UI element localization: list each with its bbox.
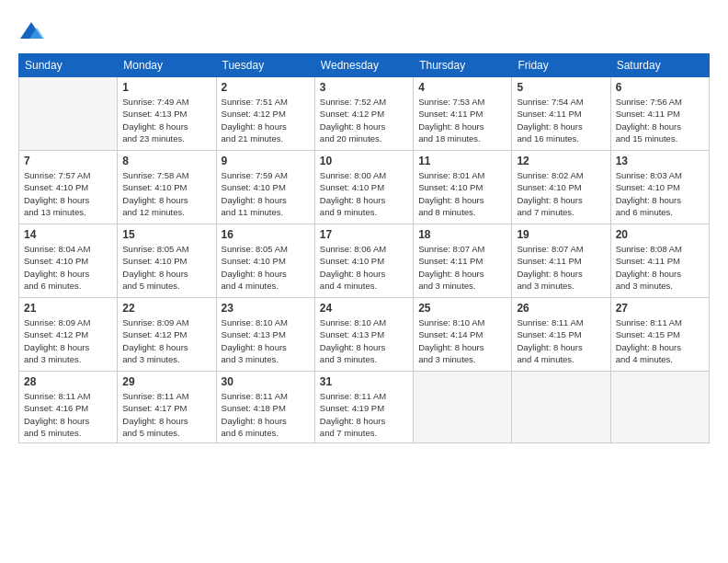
day-info: Sunrise: 8:09 AM Sunset: 4:12 PM Dayligh… [24, 316, 112, 365]
calendar-cell: 20Sunrise: 8:08 AM Sunset: 4:11 PM Dayli… [610, 224, 709, 298]
day-info: Sunrise: 8:09 AM Sunset: 4:12 PM Dayligh… [122, 316, 210, 365]
header [18, 17, 710, 44]
calendar-week-row: 21Sunrise: 8:09 AM Sunset: 4:12 PM Dayli… [19, 298, 710, 372]
weekday-header-wednesday: Wednesday [314, 54, 413, 77]
calendar-cell: 12Sunrise: 8:02 AM Sunset: 4:10 PM Dayli… [512, 151, 610, 224]
logo-icon [18, 18, 44, 44]
day-info: Sunrise: 7:52 AM Sunset: 4:12 PM Dayligh… [320, 96, 408, 144]
day-number: 12 [517, 155, 605, 167]
calendar-cell: 18Sunrise: 8:07 AM Sunset: 4:11 PM Dayli… [414, 224, 512, 298]
calendar-week-row: 7Sunrise: 7:57 AM Sunset: 4:10 PM Daylig… [19, 151, 710, 224]
calendar-cell: 2Sunrise: 7:51 AM Sunset: 4:12 PM Daylig… [216, 77, 314, 151]
calendar-cell: 7Sunrise: 7:57 AM Sunset: 4:10 PM Daylig… [19, 151, 118, 224]
calendar-cell: 5Sunrise: 7:54 AM Sunset: 4:11 PM Daylig… [512, 77, 610, 151]
day-number: 17 [320, 228, 408, 241]
calendar-cell: 6Sunrise: 7:56 AM Sunset: 4:11 PM Daylig… [610, 77, 709, 151]
day-number: 8 [122, 155, 210, 167]
calendar-cell: 11Sunrise: 8:01 AM Sunset: 4:10 PM Dayli… [414, 151, 512, 224]
day-info: Sunrise: 7:58 AM Sunset: 4:10 PM Dayligh… [122, 169, 210, 218]
calendar-cell: 14Sunrise: 8:04 AM Sunset: 4:10 PM Dayli… [19, 224, 118, 298]
day-info: Sunrise: 8:02 AM Sunset: 4:10 PM Dayligh… [517, 169, 605, 218]
calendar-cell: 15Sunrise: 8:05 AM Sunset: 4:10 PM Dayli… [118, 224, 216, 298]
day-info: Sunrise: 8:08 AM Sunset: 4:11 PM Dayligh… [616, 243, 704, 292]
day-number: 9 [222, 155, 310, 167]
day-number: 27 [616, 302, 704, 315]
day-info: Sunrise: 7:51 AM Sunset: 4:12 PM Dayligh… [222, 96, 310, 144]
day-info: Sunrise: 8:11 AM Sunset: 4:15 PM Dayligh… [616, 316, 704, 365]
weekday-header-thursday: Thursday [414, 54, 512, 77]
day-number: 24 [320, 302, 408, 315]
calendar-cell: 31Sunrise: 8:11 AM Sunset: 4:19 PM Dayli… [314, 372, 413, 443]
weekday-header-saturday: Saturday [610, 54, 709, 77]
day-info: Sunrise: 8:11 AM Sunset: 4:18 PM Dayligh… [222, 390, 310, 439]
day-info: Sunrise: 8:11 AM Sunset: 4:19 PM Dayligh… [320, 390, 408, 439]
day-number: 28 [24, 375, 112, 388]
day-info: Sunrise: 8:04 AM Sunset: 4:10 PM Dayligh… [24, 243, 112, 292]
day-info: Sunrise: 7:49 AM Sunset: 4:13 PM Dayligh… [122, 96, 210, 144]
day-number: 22 [122, 302, 210, 315]
day-info: Sunrise: 8:05 AM Sunset: 4:10 PM Dayligh… [122, 243, 210, 292]
calendar-cell: 13Sunrise: 8:03 AM Sunset: 4:10 PM Dayli… [610, 151, 709, 224]
calendar-week-row: 28Sunrise: 8:11 AM Sunset: 4:16 PM Dayli… [19, 372, 710, 443]
calendar-cell: 8Sunrise: 7:58 AM Sunset: 4:10 PM Daylig… [118, 151, 216, 224]
day-number: 13 [616, 155, 704, 167]
weekday-header-monday: Monday [118, 54, 216, 77]
calendar-week-row: 14Sunrise: 8:04 AM Sunset: 4:10 PM Dayli… [19, 224, 710, 298]
calendar-cell: 29Sunrise: 8:11 AM Sunset: 4:17 PM Dayli… [118, 372, 216, 443]
day-number: 19 [517, 228, 605, 241]
calendar-cell [512, 372, 610, 443]
day-number: 15 [122, 228, 210, 241]
calendar-cell: 10Sunrise: 8:00 AM Sunset: 4:10 PM Dayli… [314, 151, 413, 224]
calendar-cell: 9Sunrise: 7:59 AM Sunset: 4:10 PM Daylig… [216, 151, 314, 224]
day-number: 7 [24, 155, 112, 167]
day-info: Sunrise: 7:59 AM Sunset: 4:10 PM Dayligh… [222, 169, 310, 218]
calendar-cell: 3Sunrise: 7:52 AM Sunset: 4:12 PM Daylig… [314, 77, 413, 151]
calendar-cell: 25Sunrise: 8:10 AM Sunset: 4:14 PM Dayli… [414, 298, 512, 372]
day-info: Sunrise: 8:10 AM Sunset: 4:13 PM Dayligh… [320, 316, 408, 365]
day-number: 30 [222, 375, 310, 388]
calendar-cell: 21Sunrise: 8:09 AM Sunset: 4:12 PM Dayli… [19, 298, 118, 372]
calendar-cell: 28Sunrise: 8:11 AM Sunset: 4:16 PM Dayli… [19, 372, 118, 443]
day-info: Sunrise: 7:54 AM Sunset: 4:11 PM Dayligh… [517, 96, 605, 144]
calendar-cell: 19Sunrise: 8:07 AM Sunset: 4:11 PM Dayli… [512, 224, 610, 298]
calendar-cell: 1Sunrise: 7:49 AM Sunset: 4:13 PM Daylig… [118, 77, 216, 151]
day-number: 31 [320, 375, 408, 388]
weekday-header-tuesday: Tuesday [216, 54, 314, 77]
day-info: Sunrise: 8:11 AM Sunset: 4:17 PM Dayligh… [122, 390, 210, 439]
calendar-cell [19, 77, 118, 151]
day-number: 25 [418, 302, 506, 315]
day-info: Sunrise: 8:07 AM Sunset: 4:11 PM Dayligh… [418, 243, 506, 292]
day-number: 18 [418, 228, 506, 241]
day-info: Sunrise: 8:11 AM Sunset: 4:15 PM Dayligh… [517, 316, 605, 365]
day-info: Sunrise: 8:07 AM Sunset: 4:11 PM Dayligh… [517, 243, 605, 292]
day-number: 1 [122, 81, 210, 94]
calendar-cell: 22Sunrise: 8:09 AM Sunset: 4:12 PM Dayli… [118, 298, 216, 372]
day-number: 14 [24, 228, 112, 241]
page: SundayMondayTuesdayWednesdayThursdayFrid… [0, 0, 728, 563]
logo [18, 17, 48, 44]
calendar-cell [610, 372, 709, 443]
day-number: 5 [517, 81, 605, 94]
day-number: 21 [24, 302, 112, 315]
day-number: 29 [122, 375, 210, 388]
day-number: 26 [517, 302, 605, 315]
calendar-cell: 27Sunrise: 8:11 AM Sunset: 4:15 PM Dayli… [610, 298, 709, 372]
day-number: 11 [418, 155, 506, 167]
day-number: 6 [616, 81, 704, 94]
calendar-table: SundayMondayTuesdayWednesdayThursdayFrid… [18, 53, 710, 443]
calendar-cell: 23Sunrise: 8:10 AM Sunset: 4:13 PM Dayli… [216, 298, 314, 372]
calendar-cell: 30Sunrise: 8:11 AM Sunset: 4:18 PM Dayli… [216, 372, 314, 443]
day-number: 3 [320, 81, 408, 94]
day-info: Sunrise: 8:11 AM Sunset: 4:16 PM Dayligh… [24, 390, 112, 439]
day-info: Sunrise: 8:10 AM Sunset: 4:13 PM Dayligh… [222, 316, 310, 365]
calendar-cell: 17Sunrise: 8:06 AM Sunset: 4:10 PM Dayli… [314, 224, 413, 298]
day-info: Sunrise: 8:03 AM Sunset: 4:10 PM Dayligh… [616, 169, 704, 218]
day-number: 16 [222, 228, 310, 241]
calendar-week-row: 1Sunrise: 7:49 AM Sunset: 4:13 PM Daylig… [19, 77, 710, 151]
calendar-cell [414, 372, 512, 443]
weekday-header-row: SundayMondayTuesdayWednesdayThursdayFrid… [19, 54, 710, 77]
day-info: Sunrise: 7:57 AM Sunset: 4:10 PM Dayligh… [24, 169, 112, 218]
calendar-cell: 24Sunrise: 8:10 AM Sunset: 4:13 PM Dayli… [314, 298, 413, 372]
day-number: 2 [222, 81, 310, 94]
weekday-header-friday: Friday [512, 54, 610, 77]
